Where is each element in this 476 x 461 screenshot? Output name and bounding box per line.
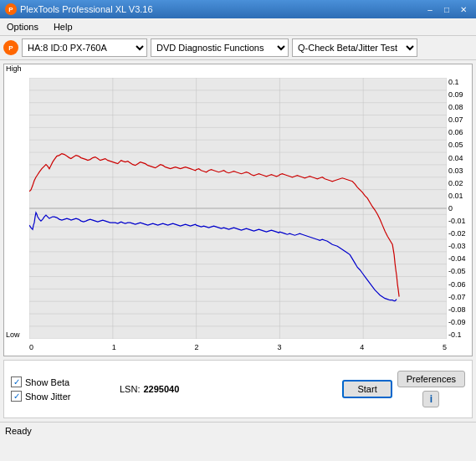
show-jitter-row: ✓ Show Jitter	[11, 391, 103, 402]
toolbar: P HA:8 ID:0 PX-760A DVD Diagnostic Funct…	[0, 36, 476, 60]
checkbox-group: ✓ Show Beta ✓ Show Jitter	[11, 376, 103, 402]
right-buttons: Start Preferences i	[342, 371, 465, 407]
show-jitter-checkbox[interactable]: ✓	[11, 391, 22, 402]
lsn-label: LSN:	[120, 384, 140, 394]
menu-bar: Options Help	[0, 18, 476, 36]
function-select[interactable]: DVD Diagnostic Functions	[151, 38, 289, 57]
chart-low-label: Low	[6, 330, 20, 339]
lsn-value: 2295040	[143, 384, 179, 394]
show-beta-checkbox[interactable]: ✓	[11, 376, 22, 387]
show-beta-row: ✓ Show Beta	[11, 376, 103, 387]
y-axis-right: 0.1 0.09 0.08 0.07 0.06 0.05 0.04 0.03 0…	[447, 78, 472, 339]
show-jitter-label: Show Jitter	[25, 392, 70, 402]
drive-select[interactable]: HA:8 ID:0 PX-760A	[22, 38, 147, 57]
drive-icon: P	[3, 40, 18, 55]
bottom-panel: ✓ Show Beta ✓ Show Jitter LSN: 2295040 S…	[3, 360, 473, 418]
start-button[interactable]: Start	[342, 380, 392, 398]
x-axis: 0 1 2 3 4 5	[29, 339, 447, 356]
window-controls: – □ ✕	[422, 3, 471, 15]
info-button[interactable]: i	[422, 391, 439, 407]
status-bar: Ready	[0, 422, 476, 438]
beta-line	[29, 154, 399, 297]
preferences-area: Preferences i	[397, 371, 465, 407]
menu-options[interactable]: Options	[3, 20, 42, 33]
menu-help[interactable]: Help	[50, 20, 76, 33]
close-button[interactable]: ✕	[456, 3, 471, 15]
chart-svg	[29, 78, 447, 339]
jitter-line	[29, 213, 397, 301]
app-icon: P	[5, 3, 17, 15]
chart-plot-area	[29, 78, 447, 339]
test-select[interactable]: Q-Check Beta/Jitter Test	[292, 38, 417, 57]
window-title: PlexTools Professional XL V3.16	[20, 4, 153, 14]
lsn-area: LSN: 2295040	[120, 384, 179, 394]
chart-high-label: High	[6, 64, 22, 73]
chart-background	[29, 78, 447, 339]
show-beta-label: Show Beta	[25, 377, 69, 387]
maximize-button[interactable]: □	[439, 3, 454, 15]
minimize-button[interactable]: –	[422, 3, 438, 15]
title-bar: P PlexTools Professional XL V3.16 – □ ✕	[0, 0, 476, 18]
chart-container: High Low 0.1 0.09 0.08 0.07 0.06 0.05 0.…	[3, 64, 473, 356]
status-text: Ready	[5, 426, 32, 436]
preferences-button[interactable]: Preferences	[397, 371, 465, 387]
